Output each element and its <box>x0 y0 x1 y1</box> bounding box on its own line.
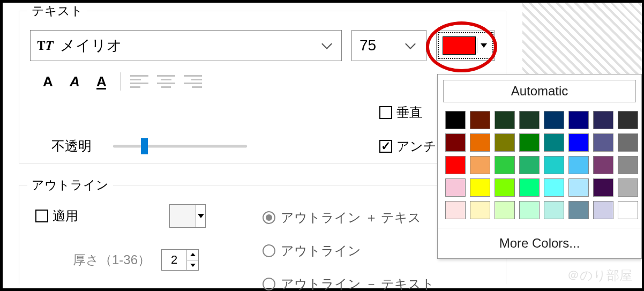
color-swatch[interactable] <box>544 133 564 152</box>
radio-outline-only[interactable]: アウトライン <box>263 242 435 259</box>
color-swatch[interactable] <box>470 111 490 129</box>
color-swatch[interactable] <box>495 178 515 197</box>
color-swatch[interactable] <box>470 201 490 219</box>
color-swatch[interactable] <box>544 178 564 197</box>
outline-color-swatch <box>170 205 196 227</box>
outline-color-button[interactable] <box>169 204 206 228</box>
color-swatch[interactable] <box>618 133 638 152</box>
thickness-spinner[interactable]: 2 <box>161 249 199 271</box>
color-swatch[interactable] <box>495 133 515 152</box>
opacity-row: 不透明 <box>51 137 247 155</box>
color-swatch[interactable] <box>544 111 564 129</box>
italic-button[interactable]: A <box>61 71 88 92</box>
color-automatic-button[interactable]: Automatic <box>443 80 636 102</box>
font-size-value: 75 <box>360 37 407 54</box>
text-fieldset: テキスト 𝐓𝑻 メイリオ 75 A A A <box>19 3 506 163</box>
color-swatch[interactable] <box>445 178 466 197</box>
outline-apply-checkbox[interactable]: 適用 <box>35 207 78 225</box>
thickness-label: 厚さ（1-36） <box>73 251 151 268</box>
color-swatch[interactable] <box>445 156 466 174</box>
font-size-select[interactable]: 75 <box>351 30 426 61</box>
color-swatch[interactable] <box>618 111 638 129</box>
color-swatch[interactable] <box>593 111 613 129</box>
checkbox-checked-icon <box>379 140 392 153</box>
spinner-up-button[interactable] <box>187 250 198 260</box>
radio-outline-minus-text[interactable]: アウトライン － テキスト <box>263 275 435 291</box>
chevron-down-icon <box>405 39 416 49</box>
opacity-slider[interactable] <box>113 138 247 154</box>
color-swatch[interactable] <box>519 201 540 219</box>
color-swatch[interactable] <box>470 156 490 174</box>
color-swatch[interactable] <box>445 133 466 152</box>
triangle-down-icon <box>481 43 487 48</box>
text-legend: テキスト <box>27 3 87 19</box>
color-swatch[interactable] <box>568 111 589 129</box>
outline-legend: アウトライン <box>27 177 113 193</box>
color-swatch[interactable] <box>593 156 613 174</box>
thickness-value: 2 <box>162 250 186 270</box>
outline-mode-radio-group: アウトライン ＋ テキス アウトライン アウトライン － テキスト <box>263 209 435 291</box>
color-swatch[interactable] <box>445 111 466 129</box>
color-swatch[interactable] <box>519 178 540 197</box>
color-picker-popup: Automatic More Colors... <box>437 74 642 259</box>
vertical-checkbox[interactable]: 垂直 <box>379 104 422 121</box>
spinner-down-button[interactable] <box>187 260 198 271</box>
color-swatch[interactable] <box>495 156 515 174</box>
color-swatch[interactable] <box>519 156 540 174</box>
color-swatch[interactable] <box>568 178 589 197</box>
color-swatch[interactable] <box>544 201 564 219</box>
color-swatch[interactable] <box>568 133 589 152</box>
radio-outline-plus-text[interactable]: アウトライン ＋ テキス <box>263 209 435 226</box>
color-swatch[interactable] <box>593 178 613 197</box>
text-style-row: A A A <box>19 61 506 92</box>
color-swatch[interactable] <box>593 133 613 152</box>
checkbox-icon <box>35 210 48 222</box>
checkbox-icon <box>379 106 392 119</box>
font-color-button[interactable] <box>436 31 495 61</box>
more-colors-button[interactable]: More Colors... <box>438 228 641 258</box>
radio-selected-icon <box>263 211 275 224</box>
chevron-down-icon <box>321 39 332 49</box>
color-swatch[interactable] <box>470 133 490 152</box>
color-swatch[interactable] <box>445 201 466 219</box>
color-swatch[interactable] <box>618 201 638 219</box>
color-swatch[interactable] <box>618 178 638 197</box>
color-swatch[interactable] <box>519 111 540 129</box>
color-swatch[interactable] <box>544 156 564 174</box>
font-family-select[interactable]: 𝐓𝑻 メイリオ <box>30 30 342 61</box>
slider-track <box>113 145 247 147</box>
divider <box>120 72 121 91</box>
triangle-up-icon <box>190 253 196 256</box>
app-window: テキスト 𝐓𝑻 メイリオ 75 A A A <box>3 3 642 288</box>
underline-button[interactable]: A <box>88 71 115 92</box>
triangle-down-icon <box>190 264 196 267</box>
color-swatch[interactable] <box>470 178 490 197</box>
align-center-button[interactable] <box>153 71 179 92</box>
slider-thumb[interactable] <box>141 138 148 154</box>
color-swatch[interactable] <box>568 156 589 174</box>
radio-icon <box>263 244 275 257</box>
triangle-down-icon <box>198 214 204 218</box>
watermark-text: ＠のり部屋 <box>567 267 632 284</box>
outline-apply-label: 適用 <box>53 207 78 225</box>
color-swatch[interactable] <box>618 156 638 174</box>
color-swatch[interactable] <box>495 201 515 219</box>
radio-icon <box>263 278 275 290</box>
font-family-value: メイリオ <box>60 35 323 56</box>
bold-button[interactable]: A <box>34 71 61 92</box>
outline-color-dropdown[interactable] <box>196 205 205 227</box>
color-swatch[interactable] <box>519 133 540 152</box>
font-color-swatch <box>443 36 476 55</box>
color-swatch[interactable] <box>568 201 589 219</box>
font-color-dropdown[interactable] <box>479 37 489 54</box>
align-right-button[interactable] <box>179 71 206 92</box>
font-type-icon: 𝐓𝑻 <box>37 39 54 53</box>
vertical-label: 垂直 <box>396 104 422 121</box>
color-swatch-grid <box>438 108 641 225</box>
color-swatch[interactable] <box>495 111 515 129</box>
opacity-label: 不透明 <box>51 137 92 155</box>
font-row: 𝐓𝑻 メイリオ 75 <box>19 19 506 61</box>
align-left-button[interactable] <box>126 71 153 92</box>
color-swatch[interactable] <box>593 201 613 219</box>
